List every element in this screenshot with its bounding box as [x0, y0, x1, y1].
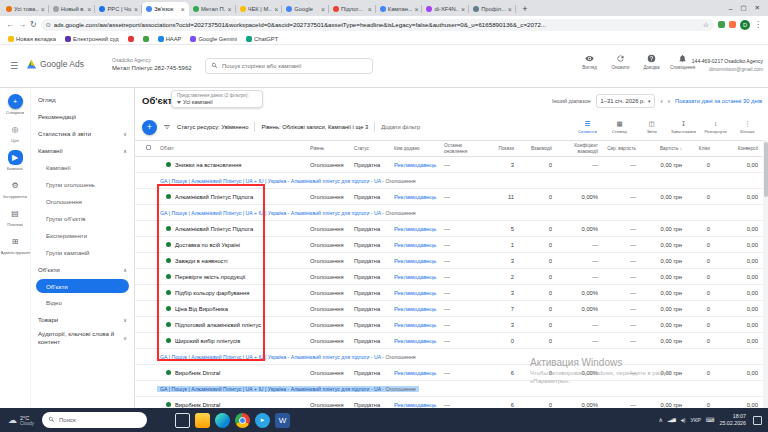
tab-close-icon[interactable]: ×	[274, 6, 278, 13]
table-row[interactable]: Підбір кольору фарбуванняОголошенняПрида…	[135, 285, 763, 301]
column-header[interactable]: Ким додано	[391, 146, 441, 151]
extension-icon[interactable]	[718, 21, 725, 28]
rail-item-tools[interactable]: ⚙Інструменти	[0, 178, 30, 199]
taskbar-app-task-view[interactable]	[175, 413, 190, 428]
group-header-row[interactable]: GA | Пошук | Алюмінієвий Плінтус | UA + …	[135, 173, 763, 189]
toolbar-reports[interactable]: ◫Звіти	[638, 120, 665, 133]
extension-icon[interactable]	[729, 21, 736, 28]
table-row[interactable]: Широкий вибір плінтусівОголошенняПридатн…	[135, 333, 763, 349]
bookmark-item[interactable]	[128, 36, 134, 42]
column-header[interactable]: Взаємодії	[519, 146, 557, 151]
browser-tab[interactable]: Метал П...×	[189, 2, 236, 16]
taskbar-app-word[interactable]: W	[275, 413, 290, 428]
tab-close-icon[interactable]: ×	[134, 6, 138, 13]
table-row[interactable]: Завжди в наявностіОголошенняПридатнаРекл…	[135, 253, 763, 269]
sidebar-item[interactable]: Рекомендації	[31, 108, 134, 125]
close-icon[interactable]: ✕	[755, 4, 760, 12]
browser-tab[interactable]: Підлог...×	[329, 2, 376, 16]
tab-close-icon[interactable]: ×	[508, 6, 512, 13]
table-row[interactable]: Доставка по всій УкраїніОголошенняПридат…	[135, 237, 763, 253]
table-row[interactable]: Виробник DimzalОголошенняПридатнаРекламо…	[135, 365, 763, 381]
bookmark-item[interactable]	[143, 36, 149, 42]
group-header-row[interactable]: GA | Пошук | Алюмінієвий Плінтус | UA + …	[135, 205, 763, 221]
column-header[interactable]: Коефіцієнт взаємодії	[557, 143, 603, 153]
taskbar-app-telegram[interactable]: ▸	[255, 413, 270, 428]
account-switcher[interactable]: Osadciko Agency Метал Плінтус 282-745-59…	[112, 57, 192, 72]
language-indicator[interactable]: УКР	[690, 417, 700, 423]
browser-tab[interactable]: Google×	[282, 2, 329, 16]
volume-icon[interactable]: ◂)	[680, 417, 685, 423]
added-by-cell[interactable]: Рекламодавець	[391, 338, 441, 344]
sidebar-item[interactable]: Кампанії	[31, 159, 134, 176]
tab-close-icon[interactable]: ×	[228, 6, 232, 13]
table-scrollbar[interactable]	[763, 140, 768, 408]
new-tab-button[interactable]: +	[519, 3, 531, 15]
header-action-help[interactable]: Довідка	[638, 54, 665, 70]
bookmark-item[interactable]: Google Gemini	[190, 36, 237, 42]
hamburger-menu-icon[interactable]: ☰	[10, 61, 18, 71]
added-by-cell[interactable]: Рекламодавець	[391, 370, 441, 376]
bookmark-item[interactable]: Новая вкладка	[8, 36, 56, 42]
toolbar-segments[interactable]: ☰Сегменти	[574, 120, 601, 133]
table-row[interactable]: Підлоговий алюмінієвий плінтусОголошення…	[135, 317, 763, 333]
data-view-chip[interactable]: Представлення даних (2 фільтри): Усі кам…	[171, 90, 263, 108]
date-next-button[interactable]: ›	[668, 98, 670, 105]
browser-tab[interactable]: di-XF4N...×	[422, 2, 469, 16]
reload-icon[interactable]: ↻	[30, 21, 37, 29]
sidebar-item[interactable]: Відео	[31, 294, 134, 311]
tab-close-icon[interactable]: ×	[321, 6, 325, 13]
tab-close-icon[interactable]: ×	[181, 6, 185, 13]
google-ads-logo[interactable]: Google Ads	[27, 59, 84, 69]
column-header[interactable]: Покази	[485, 146, 519, 151]
group-path-link[interactable]: GA | Пошук | Алюмінієвий Плінтус | UA + …	[160, 178, 381, 184]
sidebar-item[interactable]: Об'єкти∧	[31, 261, 134, 278]
sidebar-item[interactable]: Статистика й звіти∨	[31, 125, 134, 142]
add-button[interactable]: +	[142, 120, 157, 135]
table-row[interactable]: Ціна Від ВиробникаОголошенняПридатнаРекл…	[135, 301, 763, 317]
added-by-cell[interactable]: Рекламодавець	[391, 290, 441, 296]
rail-item-billing[interactable]: ▤Платежі	[0, 206, 30, 227]
group-header-row[interactable]: GA | Пошук | Алюмінієвий Плінтус | UA + …	[135, 349, 763, 365]
sidebar-item[interactable]: Об'єкти	[36, 279, 129, 293]
header-action-eye[interactable]: Вигляд	[576, 54, 603, 70]
table-row[interactable]: Перевірте якість продукціїОголошенняПрид…	[135, 269, 763, 285]
rail-item-admin[interactable]: ⊞Адміністрування	[0, 234, 30, 255]
filter-chip-level[interactable]: Рівень: Облікові записи, Кампанії і ще 3	[261, 124, 368, 130]
bookmark-item[interactable]: Електронний суд	[65, 36, 119, 42]
added-by-cell[interactable]: Рекламодавець	[391, 226, 441, 232]
maximize-icon[interactable]: ▢	[740, 4, 746, 12]
column-header[interactable]: Кліки	[687, 146, 715, 151]
taskbar-search[interactable]: Поиск	[42, 412, 147, 428]
group-header-row[interactable]: GA | Пошук | Алюмінієвий Плінтус | UA + …	[135, 381, 763, 397]
tab-close-icon[interactable]: ×	[461, 6, 465, 13]
browser-tab[interactable]: ЧЕК | М...×	[236, 2, 283, 16]
tray-chevron-up-icon[interactable]: ∧	[659, 417, 663, 423]
search-input[interactable]	[222, 63, 367, 69]
group-path-link[interactable]: GA | Пошук | Алюмінієвий Плінтус | UA + …	[160, 210, 381, 216]
column-header[interactable]: Конверсії	[715, 146, 763, 151]
column-header[interactable]: Останнє оновлення	[441, 143, 485, 153]
column-header[interactable]: Вартість ↓	[641, 146, 687, 151]
sidebar-item[interactable]: Огляд	[31, 91, 134, 108]
minimize-icon[interactable]: –	[729, 5, 733, 12]
tab-close-icon[interactable]: ×	[414, 6, 418, 13]
taskbar-app-start[interactable]	[155, 413, 170, 428]
notifications-center-icon[interactable]	[753, 416, 762, 425]
toolbar-more[interactable]: ⋮Більше	[734, 120, 761, 133]
browser-tab[interactable]: Усі това...×	[2, 2, 49, 16]
browser-tab[interactable]: Кампан...×	[376, 2, 423, 16]
sidebar-item[interactable]: Аудиторії, ключові слова й контент∨	[31, 328, 134, 348]
added-by-cell[interactable]: Рекламодавець	[391, 306, 441, 312]
bookmark-star-icon[interactable]: ☆	[703, 21, 709, 29]
column-header[interactable]: Статус	[351, 146, 391, 151]
group-path-link[interactable]: GA | Пошук | Алюмінієвий Плінтус | UA + …	[160, 354, 381, 360]
address-bar[interactable]: ⊙ ads.google.com/aw/assetreport/associat…	[41, 19, 714, 31]
browser-menu-icon[interactable]: ⋮	[754, 21, 762, 29]
show-last-30-days-link[interactable]: Показати дані за останні 30 днів	[675, 98, 762, 104]
browser-tab[interactable]: Новый в...×	[49, 2, 96, 16]
toolbar-columns[interactable]: ▦Стовпці	[606, 120, 633, 133]
added-by-cell[interactable]: Рекламодавець	[391, 258, 441, 264]
bookmark-item[interactable]: ChatGPT	[246, 36, 278, 42]
added-by-cell[interactable]: Рекламодавець	[391, 194, 441, 200]
sidebar-item[interactable]: Оголошення	[31, 193, 134, 210]
